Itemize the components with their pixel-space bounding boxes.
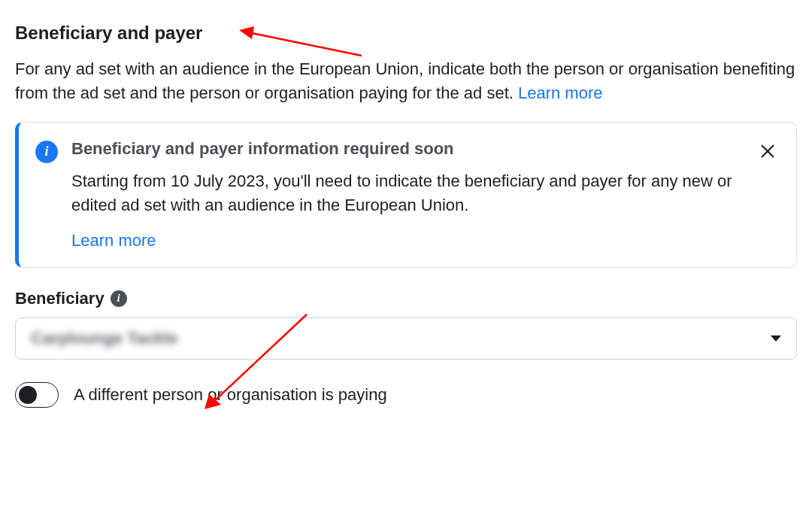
learn-more-link[interactable]: Learn more bbox=[518, 83, 603, 102]
info-icon: i bbox=[35, 141, 58, 163]
different-payer-label: A different person or organisation is pa… bbox=[74, 385, 387, 405]
beneficiary-label: Beneficiary bbox=[15, 289, 105, 308]
toggle-knob bbox=[19, 386, 37, 404]
section-title: Beneficiary and payer bbox=[15, 23, 797, 44]
notice-close-button[interactable] bbox=[757, 141, 778, 162]
payer-toggle-row: A different person or organisation is pa… bbox=[15, 382, 797, 408]
beneficiary-help-icon[interactable]: i bbox=[111, 290, 127, 307]
section-description-text: For any ad set with an audience in the E… bbox=[15, 59, 795, 102]
notice-learn-more-link[interactable]: Learn more bbox=[71, 231, 156, 250]
close-icon bbox=[759, 142, 777, 160]
beneficiary-label-row: Beneficiary i bbox=[15, 289, 797, 308]
different-payer-toggle[interactable] bbox=[15, 382, 59, 408]
notice-title: Beneficiary and payer information requir… bbox=[71, 139, 748, 159]
notice-card: i Beneficiary and payer information requ… bbox=[15, 122, 797, 268]
chevron-down-icon bbox=[771, 335, 781, 341]
beneficiary-dropdown[interactable]: Carplounge Tackle bbox=[15, 317, 797, 360]
notice-body: Starting from 10 July 2023, you'll need … bbox=[71, 169, 748, 217]
section-description: For any ad set with an audience in the E… bbox=[15, 57, 797, 105]
notice-content: Beneficiary and payer information requir… bbox=[71, 139, 778, 250]
beneficiary-value: Carplounge Tackle bbox=[31, 329, 177, 348]
